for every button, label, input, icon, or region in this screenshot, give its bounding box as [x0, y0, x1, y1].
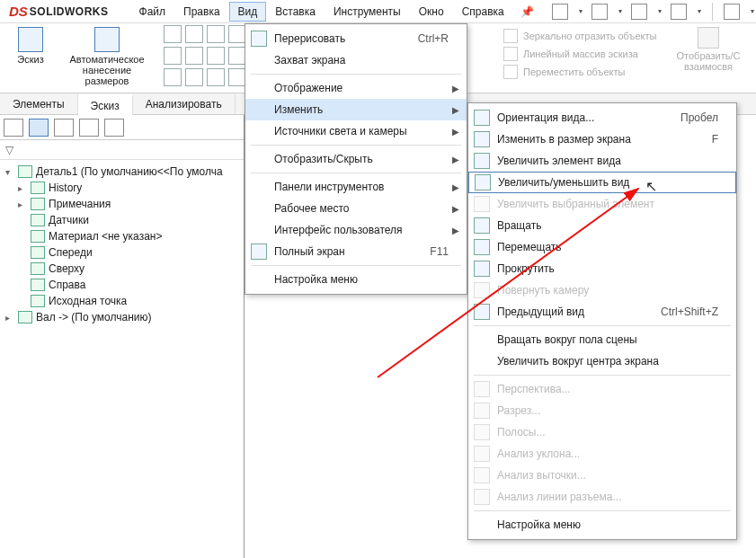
submenu-item-label: Увеличить элемент вида — [497, 155, 621, 167]
pin-icon[interactable]: 📌 — [520, 5, 534, 18]
menu-insert[interactable]: Вставка — [266, 2, 325, 22]
tree-sensors[interactable]: Датчики — [2, 212, 242, 228]
submenu-item-label: Вращать вокруг пола сцены — [497, 333, 637, 346]
tree-annotations[interactable]: ▸Примечания — [2, 196, 242, 212]
expand-icon[interactable]: ▸ — [18, 199, 27, 209]
submenu-item-изменить-в-размер-экрана[interactable]: Изменить в размер экранаF — [468, 128, 736, 150]
menubar: DS SOLIDWORKS Файл Правка Вид Вставка Ин… — [0, 0, 756, 23]
dropdown-icon[interactable]: ▾ — [579, 7, 583, 15]
submenu-item-увеличить-вокруг-центра-экрана[interactable]: Увеличить вокруг центра экрана — [468, 350, 736, 372]
menu-help[interactable]: Справка — [453, 2, 513, 22]
submenu-item-вращать-вокруг-пола-сцены[interactable]: Вращать вокруг пола сцены — [468, 329, 736, 350]
menu-item-панели-инструментов[interactable]: Панели инструментов▶ — [245, 176, 467, 198]
derived-part-icon — [18, 311, 32, 323]
submenu-item-icon — [474, 239, 490, 255]
tree-material[interactable]: Материал <не указан> — [2, 228, 242, 244]
tree-top-plane[interactable]: Сверху — [2, 261, 242, 277]
tree-history[interactable]: ▸History — [2, 180, 242, 196]
submenu-item-icon — [474, 304, 490, 320]
menu-window[interactable]: Окно — [410, 2, 453, 22]
rect-tool-icon[interactable] — [185, 25, 203, 43]
menu-view[interactable]: Вид — [229, 2, 267, 22]
menu-edit[interactable]: Правка — [174, 2, 229, 22]
tree-right-plane[interactable]: Справа — [2, 277, 242, 293]
tab-sketch[interactable]: Эскиз — [78, 94, 133, 116]
submenu-item-прокрутить[interactable]: Прокрутить — [468, 258, 736, 279]
centerline-tool-icon[interactable] — [185, 68, 203, 86]
dropdown-icon[interactable]: ▾ — [751, 7, 754, 15]
submenu-item-label: Увеличить/уменьшить вид — [498, 176, 629, 189]
menu-item-интерфейс-пользователя[interactable]: Интерфейс пользователя▶ — [245, 219, 467, 241]
tree-front-plane[interactable]: Спереди — [2, 244, 242, 261]
submenu-item-ориентация-вида-[interactable]: Ориентация вида...Пробел — [468, 107, 736, 128]
fillet-tool-icon[interactable] — [228, 47, 246, 65]
menu-item-изменить[interactable]: Изменить▶ — [245, 99, 467, 120]
tree-origin[interactable]: Исходная точка — [2, 293, 242, 309]
panel-tab-dimxpert-icon[interactable] — [79, 119, 99, 137]
sketch-button[interactable]: Эскиз — [4, 25, 58, 66]
poly-tool-icon[interactable] — [164, 47, 182, 65]
panel-tab-feature-icon[interactable] — [4, 119, 23, 137]
tab-analyze[interactable]: Анализировать — [133, 94, 236, 114]
dropdown-icon[interactable]: ▾ — [618, 7, 622, 15]
submenu-item-увеличить-элемент-вида[interactable]: Увеличить элемент вида — [468, 150, 736, 172]
tree-item-label: Спереди — [49, 246, 93, 259]
menu-item-рабочее-место[interactable]: Рабочее место▶ — [245, 198, 467, 219]
circle-tool-icon[interactable] — [207, 25, 225, 43]
qat-save-icon[interactable] — [631, 4, 647, 20]
panel-tab-config-icon[interactable] — [54, 119, 74, 137]
submenu-item-icon — [475, 174, 491, 190]
menu-item-отображение[interactable]: Отображение▶ — [245, 77, 467, 99]
autodim-button[interactable]: Автоматическое нанесение размеров — [58, 25, 156, 88]
submenu-arrow-icon: ▶ — [452, 105, 459, 115]
submenu-item-увеличить-уменьшить-вид[interactable]: Увеличить/уменьшить вид — [468, 172, 736, 193]
tree-root[interactable]: ▾ Деталь1 (По умолчанию<<По умолча — [2, 164, 242, 180]
submenu-item-label: Увеличить вокруг центра экрана — [497, 355, 659, 368]
mirror-label: Зеркально отразить объекты — [523, 31, 656, 41]
submenu-item-перемещать[interactable]: Перемещать — [468, 236, 736, 258]
submenu-item-вращать[interactable]: Вращать — [468, 215, 736, 236]
menu-item-захват-экрана[interactable]: Захват экрана — [245, 49, 467, 71]
qat-undo-icon[interactable] — [724, 4, 740, 20]
menu-tools[interactable]: Инструменты — [325, 2, 410, 22]
expand-icon[interactable]: ▾ — [5, 167, 14, 177]
expand-icon[interactable]: ▸ — [5, 313, 14, 323]
qat-print-icon[interactable] — [671, 4, 687, 20]
menu-shortcut: Пробел — [680, 111, 718, 124]
dropdown-icon[interactable]: ▾ — [658, 7, 662, 15]
menu-item-полный-экран[interactable]: Полный экранF11 — [245, 241, 467, 262]
menu-item-источники-света-и-камеры[interactable]: Источники света и камеры▶ — [245, 120, 467, 142]
menu-item-отобразить-скрыть[interactable]: Отобразить/Скрыть▶ — [245, 148, 467, 170]
filter-bar[interactable]: ▽ — [0, 140, 244, 160]
menu-item-настройка-меню[interactable]: Настройка меню — [245, 269, 467, 290]
menu-item-перерисовать[interactable]: ПерерисоватьCtrl+R — [245, 28, 467, 49]
feature-tree: ▾ Деталь1 (По умолчанию<<По умолча ▸Hist… — [0, 160, 244, 329]
submenu-item-предыдущий-вид[interactable]: Предыдущий видCtrl+Shift+Z — [468, 301, 736, 323]
qat-open-icon[interactable] — [591, 4, 608, 20]
panel-tab-display-icon[interactable] — [104, 119, 124, 137]
tab-elements[interactable]: Элементы — [0, 94, 78, 114]
menu-item-label: Отображение — [274, 82, 342, 94]
line-tool-icon[interactable] — [164, 25, 182, 43]
submenu-item-icon — [474, 282, 490, 298]
arc-tool-icon[interactable] — [228, 25, 246, 43]
ellipse-tool-icon[interactable] — [207, 47, 225, 65]
submenu-item-label: Перемещать — [497, 241, 562, 253]
submenu-item-icon — [474, 424, 490, 440]
tree-shaft[interactable]: ▸Вал -> (По умолчанию) — [2, 309, 242, 325]
dropdown-icon[interactable]: ▾ — [698, 7, 701, 15]
point-tool-icon[interactable] — [164, 68, 182, 86]
expand-icon[interactable]: ▸ — [18, 183, 27, 193]
ribbon-right-button[interactable]: Отобразить/С взаимосвя — [668, 27, 749, 72]
panel-tab-property-icon[interactable] — [29, 119, 49, 137]
qat-new-icon[interactable] — [552, 4, 568, 20]
submenu-item-настройка-меню[interactable]: Настройка меню — [468, 514, 736, 536]
menu-file[interactable]: Файл — [130, 2, 175, 22]
submenu-item-icon — [474, 381, 490, 397]
offset-tool-icon[interactable] — [228, 68, 246, 86]
plane-icon — [31, 279, 45, 291]
submenu-arrow-icon: ▶ — [452, 155, 459, 164]
trim-tool-icon[interactable] — [207, 68, 225, 86]
slot-tool-icon[interactable] — [185, 47, 203, 65]
submenu-item-icon — [474, 446, 490, 462]
